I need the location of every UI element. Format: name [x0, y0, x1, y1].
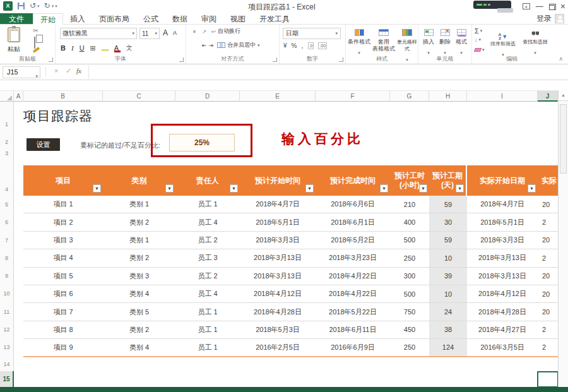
- table-cell[interactable]: 2018年4月22日: [316, 268, 390, 285]
- align-center-button[interactable]: [193, 44, 196, 47]
- align-top-button[interactable]: [189, 30, 191, 33]
- filter-button[interactable]: ▼: [230, 184, 238, 193]
- table-cell[interactable]: 2018年6月11日: [316, 321, 390, 338]
- table-cell[interactable]: 项目 6: [23, 285, 103, 302]
- column-header-J[interactable]: J: [538, 91, 558, 102]
- sign-in-label[interactable]: 登录: [536, 13, 552, 24]
- column-header-F[interactable]: F: [316, 91, 390, 102]
- ribbon-display-options-button[interactable]: ▴: [523, 3, 530, 9]
- table-cell[interactable]: 2016年3月5日: [467, 339, 538, 355]
- table-cell[interactable]: 2018年4月27日: [467, 321, 538, 338]
- shrink-font-button[interactable]: A: [173, 30, 177, 36]
- table-cell[interactable]: 员工 2: [175, 268, 240, 285]
- table-cell[interactable]: 2018年3月23日: [316, 249, 390, 266]
- table-cell[interactable]: 类别 2: [103, 321, 175, 338]
- increase-indent-button[interactable]: ⇥: [209, 42, 214, 49]
- table-cell[interactable]: 2: [538, 213, 558, 230]
- conditional-formatting-button[interactable]: 条件格式 ▾: [347, 27, 371, 57]
- wrap-text-button[interactable]: 自动换行: [218, 27, 240, 35]
- row-header-7[interactable]: 7: [0, 235, 13, 246]
- dialog-launcher-icon[interactable]: [339, 57, 343, 62]
- delete-cells-button[interactable]: × 删除 ▾: [437, 27, 453, 57]
- percent-style-button[interactable]: %: [292, 42, 297, 49]
- table-cell[interactable]: 项目 5: [23, 268, 103, 285]
- decrease-indent-button[interactable]: ⇤: [202, 42, 207, 49]
- number-format-select[interactable]: 日期 ▾: [283, 28, 341, 39]
- table-cell[interactable]: 2018年3月3日: [240, 232, 316, 249]
- table-cell[interactable]: 210: [390, 196, 429, 213]
- merge-center-button[interactable]: 合并后居中: [227, 41, 256, 49]
- table-cell[interactable]: 类别 3: [103, 268, 175, 285]
- table-header-cell[interactable]: 预计工时 (小时)▼: [390, 165, 429, 196]
- orientation-button[interactable]: ↗: [202, 28, 207, 35]
- table-cell[interactable]: 24: [429, 303, 467, 320]
- table-cell[interactable]: 2018年4月7日: [467, 196, 538, 213]
- row-header-14[interactable]: 14: [0, 359, 13, 369]
- clear-button[interactable]: [474, 48, 482, 52]
- format-as-table-button[interactable]: 套用 表格格式: [371, 27, 396, 52]
- row-header-9[interactable]: 9: [0, 271, 13, 281]
- decrease-decimal-button[interactable]: .00: [318, 42, 327, 49]
- table-cell[interactable]: 2: [538, 249, 558, 266]
- table-cell[interactable]: 项目 3: [23, 232, 103, 249]
- table-cell[interactable]: 员工 4: [175, 285, 240, 302]
- customize-qat-icon[interactable]: ▾: [55, 4, 57, 9]
- table-cell[interactable]: 20: [538, 268, 558, 285]
- filter-button[interactable]: ▼: [93, 184, 101, 193]
- sheet-title[interactable]: 项目跟踪器: [23, 107, 93, 125]
- table-cell[interactable]: 2018年5月1日: [467, 213, 538, 230]
- table-cell[interactable]: 员工 1: [175, 303, 240, 320]
- font-color-button[interactable]: A: [114, 44, 121, 52]
- insert-function-icon[interactable]: fx: [76, 67, 81, 74]
- table-header-cell[interactable]: 实际开始日期▼: [467, 165, 538, 196]
- italic-button[interactable]: I: [71, 44, 74, 52]
- table-cell[interactable]: 项目 9: [23, 339, 103, 355]
- table-cell[interactable]: 20: [538, 285, 558, 302]
- paste-button[interactable]: 粘贴: [8, 27, 20, 54]
- tab-公式[interactable]: 公式: [136, 13, 165, 24]
- table-cell[interactable]: 2018年4月28日: [467, 303, 538, 320]
- tab-数据[interactable]: 数据: [165, 13, 194, 24]
- dialog-launcher-icon[interactable]: [179, 57, 184, 62]
- table-cell[interactable]: 2018年5月3日: [240, 321, 316, 338]
- comma-style-button[interactable]: ,: [301, 42, 303, 49]
- column-header-B[interactable]: B: [23, 91, 103, 102]
- account-avatar[interactable]: [555, 14, 564, 23]
- cut-icon[interactable]: ✂: [33, 27, 38, 34]
- table-cell[interactable]: 2018年5月22日: [316, 303, 390, 320]
- table-cell[interactable]: 员工 1: [175, 321, 240, 338]
- filter-button[interactable]: ▼: [165, 184, 174, 193]
- table-cell[interactable]: 员工 2: [175, 232, 240, 249]
- row-header-6[interactable]: 6: [0, 217, 13, 227]
- wrap-text-icon[interactable]: ↩: [211, 28, 216, 35]
- column-header-E[interactable]: E: [240, 91, 316, 102]
- sort-filter-button[interactable]: AZ ▼ 排序和筛选 ▾: [487, 27, 519, 59]
- table-cell[interactable]: 类别 4: [103, 339, 175, 355]
- close-button[interactable]: ×: [560, 1, 565, 11]
- tab-插入[interactable]: 插入: [63, 13, 92, 24]
- table-cell[interactable]: 300: [390, 268, 429, 285]
- table-cell[interactable]: 2016年6月9日: [316, 339, 390, 355]
- row-header-4[interactable]: 4: [0, 184, 13, 194]
- dialog-launcher-icon[interactable]: [49, 57, 53, 62]
- borders-button[interactable]: ⊞: [90, 44, 96, 52]
- table-cell[interactable]: 项目 8: [23, 321, 103, 338]
- row-header-11[interactable]: 11: [0, 307, 13, 317]
- table-cell[interactable]: 38: [429, 321, 467, 338]
- table-cell[interactable]: 2: [538, 321, 558, 338]
- table-cell[interactable]: 类别 1: [103, 196, 175, 213]
- table-header-cell[interactable]: 类别▼: [103, 165, 175, 196]
- row-header-13[interactable]: 13: [0, 342, 13, 352]
- bold-button[interactable]: B: [61, 44, 66, 52]
- redo-dropdown-icon[interactable]: ▾: [52, 4, 54, 9]
- table-cell[interactable]: 2: [538, 339, 558, 355]
- confirm-entry-icon[interactable]: ✓: [66, 67, 71, 75]
- column-header-G[interactable]: G: [390, 91, 429, 102]
- table-cell[interactable]: 项目 7: [23, 303, 103, 320]
- table-header-cell[interactable]: 实际: [538, 165, 558, 196]
- font-family-select[interactable]: 微软雅黑 ▾: [60, 28, 137, 39]
- table-cell[interactable]: 2018年4月28日: [240, 303, 316, 320]
- filter-button[interactable]: ▼: [456, 184, 464, 193]
- table-cell[interactable]: 20: [538, 303, 558, 320]
- table-cell[interactable]: 250: [390, 339, 429, 355]
